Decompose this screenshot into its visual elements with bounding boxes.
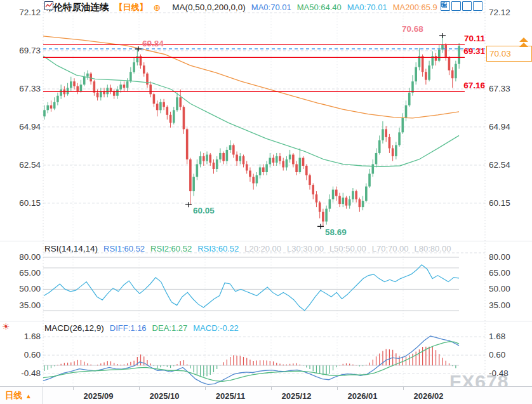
candle-body (338, 196, 341, 205)
candle-body (222, 153, 225, 161)
macd-axis-label: 1.68 (0, 332, 41, 341)
price-axis-label: 67.33 (0, 84, 41, 93)
candle-body (279, 156, 281, 161)
macd-axis-label: -0.48 (0, 369, 41, 378)
extreme-price-label: 69.84 (142, 39, 164, 48)
candle-body (428, 65, 430, 80)
period-up-triangle-icon: ▲ (25, 393, 32, 400)
ma-legend-item: MA50:64.40 (297, 3, 342, 12)
rsi-axis-label: 50.00 (489, 285, 510, 293)
symbol-title: 布伦特原油连续 (44, 1, 109, 13)
ma-legend: MA0:70.01MA50:64.40MA0:70.01MA200:65.9 (251, 3, 437, 12)
candle-body (408, 93, 411, 105)
candle-body (159, 102, 162, 111)
rsi-axis-label: 50.00 (0, 285, 41, 293)
candle-body (392, 148, 394, 156)
candle-body (455, 64, 457, 79)
candle-body (73, 81, 76, 86)
chart-window: 布伦特原油连续 【日线】 ⊕ MA(0,50,0,200,0,0) MA0:70… (0, 0, 532, 404)
indicator-settings-sun-icon[interactable]: ☀ (2, 321, 10, 332)
candle-body (252, 177, 255, 184)
candle-body (425, 72, 427, 80)
rsi-axis-label: 35.00 (489, 301, 510, 310)
candle-body (136, 56, 139, 62)
macd-panel-header: MACD(26,12,9) DIFF:1.16DEA:1.27MACD:-0.2… (44, 323, 239, 333)
axis-tick (139, 387, 140, 390)
candle-body (405, 105, 408, 118)
axis-tick (337, 387, 338, 390)
rsi-axis-label: 65.00 (489, 269, 510, 278)
macd-legend-item: DIFF:1.16 (110, 323, 147, 333)
axis-tick (403, 387, 404, 390)
candle-body (50, 105, 53, 109)
candle-body (170, 115, 172, 123)
play-chart-icon[interactable] (462, 1, 472, 11)
candle-body (236, 154, 238, 161)
candle-body (349, 199, 351, 206)
macd-legend-item: MACD:-0.22 (193, 323, 239, 333)
price-axis-label: 64.94 (0, 123, 41, 131)
candle-body (216, 159, 218, 169)
candle-body (123, 84, 126, 88)
macd-params-label[interactable]: MACD(26,12,9) (44, 323, 104, 333)
rsi-params-label[interactable]: RSI(14,14,14) (44, 244, 98, 253)
candle-body (389, 137, 391, 149)
macd-axis-label: -0.48 (489, 369, 509, 378)
candle-body (186, 129, 189, 159)
month-label: 2025/11 (208, 391, 253, 401)
time-axis-bar: 日线 ▲ 2025/092025/102025/112025/122026/01… (0, 386, 532, 404)
candle-body (192, 177, 195, 192)
candle-body (110, 88, 112, 91)
candle-body (86, 74, 89, 77)
candle-body (232, 145, 235, 154)
rsi-legend-item: L80:80.00 (415, 244, 451, 253)
candle-body (213, 163, 215, 169)
candle-body (90, 74, 92, 82)
rsi-axis-label: 80.00 (489, 253, 510, 262)
goto-latest-icon[interactable] (473, 1, 482, 11)
candle-body (286, 159, 288, 168)
candle-body (312, 185, 314, 194)
candle-body (196, 164, 199, 177)
candle-body (435, 56, 437, 61)
candle-body (53, 102, 56, 109)
price-axis-label: 72.12 (489, 8, 510, 17)
period-selector[interactable]: 日线 ▲ (0, 387, 43, 404)
month-label: 2025/09 (76, 391, 121, 401)
candle-body (371, 164, 374, 173)
candle-body (93, 81, 96, 93)
period-selector-label[interactable]: 日线 (5, 390, 22, 401)
candle-body (362, 201, 364, 207)
candle-body (262, 167, 265, 172)
rsi-legend-item: L70:70.00 (372, 244, 409, 253)
ma-settings-label[interactable]: MA(0,50,0,200,0,0) (172, 3, 246, 12)
current-price-box: 70.03 (486, 46, 532, 62)
scroll-to-top-arrows-icon[interactable] (519, 37, 528, 47)
price-axis-label: 72.12 (0, 8, 41, 17)
candle-body (448, 58, 451, 71)
candle-body (309, 175, 311, 185)
candle-body (355, 191, 357, 199)
candle-body (219, 153, 222, 159)
rsi-legend-item: L20:20.00 (244, 244, 281, 253)
period-tag[interactable]: 【日线】 (115, 2, 148, 13)
ma200-line (43, 36, 459, 118)
price-axis-label: 60.15 (0, 199, 41, 208)
candle-body (60, 90, 62, 96)
axis-tick (271, 387, 272, 390)
candle-body (57, 96, 59, 102)
candle-body (295, 164, 298, 172)
chart-canvas[interactable] (0, 0, 532, 404)
macd-axis-label: 0.60 (0, 351, 41, 360)
candle-body (199, 156, 202, 165)
candle-body (243, 156, 245, 165)
candle-body (282, 161, 284, 167)
candle-body (179, 97, 182, 107)
candle-body (411, 81, 414, 93)
candle-body (153, 94, 156, 104)
add-indicator-icon[interactable]: ⊕ (154, 3, 161, 13)
candle-body (398, 132, 401, 145)
fit-chart-icon[interactable] (451, 1, 461, 11)
chart-toolbar (441, 1, 482, 11)
ma-legend-item: MA0:70.01 (347, 3, 387, 12)
